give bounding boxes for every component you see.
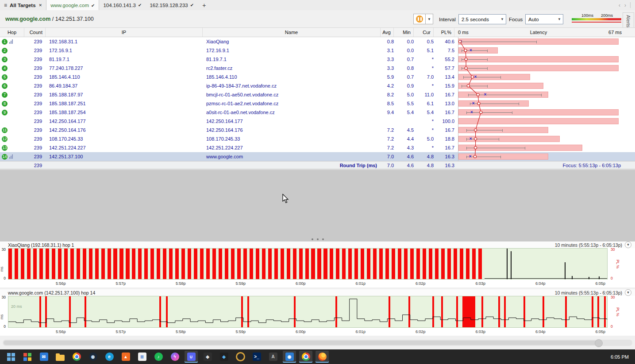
firefox-icon-glyph — [318, 353, 327, 361]
latency-range-whisker — [462, 59, 488, 60]
packet-loss-bar — [188, 249, 191, 279]
nav-right-icon[interactable]: › — [624, 2, 626, 8]
packet-loss-bar — [225, 249, 228, 279]
graph2-range[interactable]: 10 minutes (5:55:13p - 6:05:13p) — [555, 290, 622, 295]
count-cell: 239 — [24, 65, 46, 71]
steam-icon-glyph: ◉ — [89, 353, 97, 361]
letter-a-app-icon[interactable]: A — [266, 351, 280, 363]
name-cell: 185.146.4.110 — [203, 74, 381, 80]
min-cell: 0.9 — [394, 83, 414, 88]
table-row[interactable]: 9239185.188.187.254a0sit-rc-01-ae0.net.v… — [0, 108, 635, 117]
table-row[interactable]: 2239172.16.9.1172.16.9.13.10.05.17.5× — [0, 46, 635, 55]
focus-select[interactable]: Auto ▼ — [525, 14, 563, 24]
graph-plot-1[interactable] — [8, 248, 608, 280]
latency-range-whisker — [466, 157, 500, 157]
hop-cell — [0, 117, 24, 126]
edge-icon[interactable]: e — [103, 351, 116, 363]
nav-left-icon[interactable]: ‹ — [619, 2, 620, 8]
table-row[interactable]: 239142.250.164.177142.250.164.177*100.0 — [0, 117, 635, 126]
chrome-icon[interactable] — [70, 351, 83, 363]
col-latency[interactable]: 0 ms Latency 67 ms — [454, 28, 635, 37]
col-ip[interactable]: IP — [46, 28, 203, 37]
tab-www-google-com[interactable]: www.google.com✔ — [46, 0, 99, 11]
start-button[interactable] — [4, 351, 18, 363]
graph1-range[interactable]: 10 minutes (5:55:13p - 6:05:13p) — [555, 242, 622, 248]
packet-loss-bar — [293, 249, 296, 279]
pause-control: ▼ — [413, 14, 433, 24]
code-app-icon[interactable]: ◈ — [217, 351, 231, 363]
system-clock[interactable]: 6:05 PM — [611, 354, 635, 360]
latency-graph — [458, 143, 622, 152]
splitter-handle[interactable] — [312, 238, 324, 240]
timeline-graph-hop14: www.google.com (142.251.37.100) hop 14 1… — [0, 289, 635, 336]
ring-app-icon[interactable] — [234, 351, 247, 363]
spotify-icon-glyph: ♪ — [154, 353, 163, 361]
hop-chart-icon[interactable] — [9, 154, 13, 159]
tab-bar: ≡All Targets✕www.google.com✔104.160.141.… — [0, 0, 635, 11]
table-row[interactable]: 11239142.250.164.176142.250.164.1767.24.… — [0, 126, 635, 134]
firefox-icon[interactable] — [316, 351, 329, 363]
tab-all-targets[interactable]: ≡All Targets✕ — [0, 0, 46, 10]
packet-loss-bar — [262, 249, 266, 279]
spotify-icon[interactable]: ♪ — [152, 351, 165, 363]
colorful-app-icon[interactable] — [21, 351, 34, 363]
table-row[interactable]: 14239142.251.37.100www.google.com7.04.64… — [0, 152, 635, 161]
pl-min-label: 0 — [611, 324, 613, 329]
y-max-label: 30 — [2, 295, 6, 299]
chevron-down-icon[interactable]: ▼ — [625, 289, 631, 296]
table-row[interactable]: 13239142.251.224.227142.251.224.2277.24.… — [0, 143, 635, 152]
packet-loss-bar — [163, 249, 166, 279]
hop-chart-icon[interactable] — [9, 39, 13, 44]
table-row[interactable]: 423977.240.178.227rc2.faster.cz3.30.8*57… — [0, 64, 635, 73]
powershell-icon[interactable]: >_ — [250, 351, 263, 363]
tab-162-159-128-233[interactable]: 162.159.128.233✔ — [146, 0, 198, 10]
table-row[interactable]: 1239192.168.31.1XiaoQiang0.80.00.540.6× — [0, 37, 635, 46]
notes-app-icon[interactable]: ≣ — [135, 351, 149, 363]
table-row[interactable]: 12239108.170.245.33108.170.245.337.24.45… — [0, 134, 635, 143]
tab-104-160-141-3[interactable]: 104.160.141.3✔ — [99, 0, 146, 10]
col-count[interactable]: Count — [24, 28, 46, 37]
col-min[interactable]: Min — [394, 28, 414, 37]
new-tab-button[interactable]: + — [198, 0, 210, 10]
scrollbar-knob[interactable] — [595, 339, 603, 347]
messenger-icon[interactable]: ϟ — [168, 351, 181, 363]
pause-button[interactable] — [413, 14, 426, 24]
graph-plot-2[interactable]: 20 ms — [8, 296, 608, 328]
col-hop[interactable]: Hop — [0, 28, 24, 37]
table-row[interactable]: 323981.19.7.181.19.7.13.30.7*55.2 — [0, 55, 635, 64]
steam-icon[interactable]: ◉ — [86, 351, 100, 363]
packet-loss-bar — [361, 249, 364, 279]
camera-app-icon[interactable]: ◉ — [283, 351, 296, 363]
table-row[interactable]: 5239185.146.4.110185.146.4.1105.90.77.01… — [0, 73, 635, 81]
mail-app-icon-glyph: ✉ — [40, 353, 48, 361]
latency-cell: × — [454, 152, 635, 161]
discord-icon[interactable]: ∪ — [185, 351, 198, 363]
dark-app-icon[interactable]: ◆ — [201, 351, 214, 363]
table-row[interactable]: 8239185.188.187.251pzmsc-rc-01-ae2.net.v… — [0, 99, 635, 108]
latency-range-whisker — [462, 50, 488, 51]
scrollbar-thumb[interactable] — [4, 341, 599, 345]
col-avg[interactable]: Avg — [381, 28, 394, 37]
interval-select[interactable]: 2.5 seconds ▼ — [458, 14, 506, 24]
count-cell: 239 — [24, 92, 46, 97]
col-pl[interactable]: PL% — [434, 28, 454, 37]
horizontal-scrollbar[interactable] — [3, 340, 632, 346]
time-label: 5:56p — [56, 330, 66, 334]
table-row[interactable]: 623986.49.184.37ip-86-49-184-37.net.voda… — [0, 81, 635, 90]
chevron-down-icon[interactable]: ▼ — [625, 241, 631, 248]
chrome-icon-active[interactable] — [299, 351, 312, 363]
legend-red-line — [572, 22, 621, 23]
col-name[interactable]: Name — [203, 28, 381, 37]
orange-app-icon[interactable]: ▲ — [119, 351, 132, 363]
pl-cell: 16.7 — [434, 127, 454, 133]
file-explorer-icon[interactable] — [54, 351, 67, 363]
mail-app-icon[interactable]: ✉ — [37, 351, 50, 363]
packet-loss-bar — [342, 249, 346, 279]
pause-dropdown-button[interactable]: ▼ — [426, 14, 433, 24]
table-row[interactable]: 7239185.188.187.97bmcjl-rc-01-ae50.net.v… — [0, 90, 635, 99]
hop-cell: 12 — [0, 134, 24, 143]
round-trip-label: Round Trip (ms) — [203, 163, 381, 168]
hop-badge: 7 — [2, 92, 8, 98]
col-cur[interactable]: Cur — [414, 28, 434, 37]
close-icon[interactable]: ✕ — [39, 3, 42, 8]
